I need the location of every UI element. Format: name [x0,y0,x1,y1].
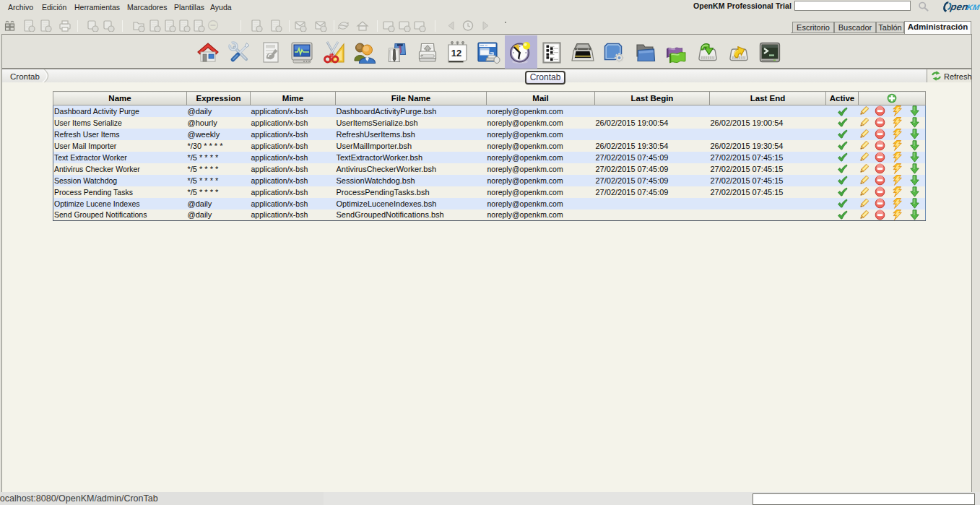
svg-text:12: 12 [451,48,461,59]
svg-text:KM: KM [966,3,980,12]
